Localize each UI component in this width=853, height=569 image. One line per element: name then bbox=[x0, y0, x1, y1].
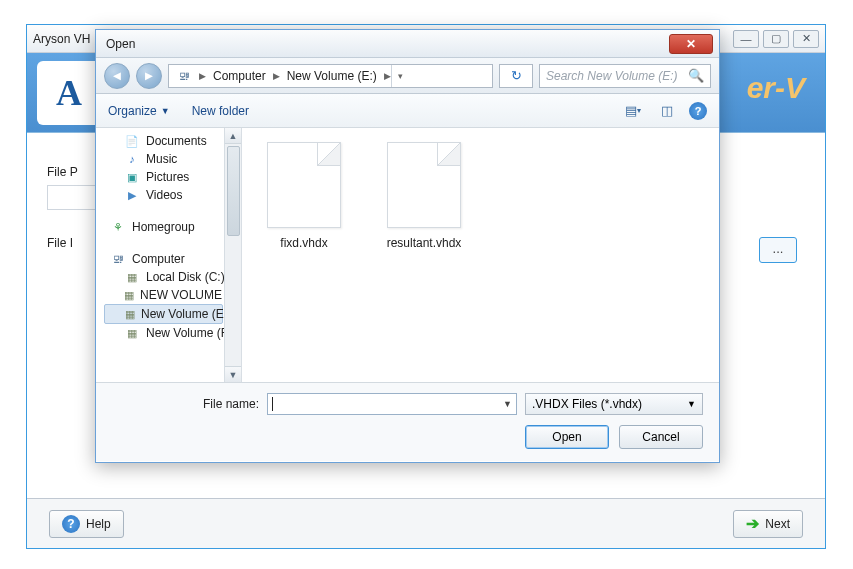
file-icon bbox=[267, 142, 341, 228]
text-caret bbox=[272, 397, 273, 411]
chevron-down-icon[interactable]: ▼ bbox=[503, 399, 512, 409]
chevron-down-icon: ▼ bbox=[687, 399, 696, 409]
filetype-select[interactable]: .VHDX Files (*.vhdx) ▼ bbox=[525, 393, 703, 415]
filename-input[interactable]: ▼ bbox=[267, 393, 517, 415]
tree-videos[interactable]: ▶Videos bbox=[96, 186, 241, 204]
dialog-footer: File name: ▼ .VHDX Files (*.vhdx) ▼ Open… bbox=[96, 382, 719, 461]
open-button[interactable]: Open bbox=[525, 425, 609, 449]
tree-documents[interactable]: 📄Documents bbox=[96, 132, 241, 150]
browse-button[interactable]: ... bbox=[759, 237, 797, 263]
app-logo: A bbox=[37, 61, 101, 125]
folder-icon: 📄 bbox=[124, 134, 140, 148]
file-item[interactable]: resultant.vhdx bbox=[380, 142, 468, 250]
chevron-down-icon: ▼ bbox=[161, 106, 170, 116]
pictures-icon: ▣ bbox=[124, 170, 140, 184]
disk-icon: ▦ bbox=[124, 270, 140, 284]
breadcrumb-volume[interactable]: New Volume (E:) bbox=[280, 69, 384, 83]
new-folder-button[interactable]: New folder bbox=[192, 104, 249, 118]
breadcrumb-computer[interactable]: Computer bbox=[206, 69, 273, 83]
search-icon: 🔍 bbox=[688, 68, 704, 83]
window-controls: — ▢ ✕ bbox=[733, 30, 819, 48]
help-icon: ? bbox=[62, 515, 80, 533]
computer-icon: 🖳 bbox=[110, 252, 126, 266]
breadcrumb[interactable]: 🖳 ▶ Computer ▶ New Volume (E:) ▶ ▾ bbox=[168, 64, 493, 88]
chevron-right-icon: ▶ bbox=[384, 71, 391, 81]
filetype-value: .VHDX Files (*.vhdx) bbox=[532, 397, 642, 411]
tree-homegroup[interactable]: ⚘Homegroup bbox=[96, 218, 241, 236]
scroll-down-icon[interactable]: ▼ bbox=[225, 366, 241, 382]
tree-new-volume-e[interactable]: ▦New Volume (E:) bbox=[104, 304, 223, 324]
toolbar-help-icon[interactable]: ? bbox=[689, 102, 707, 120]
file-icon bbox=[387, 142, 461, 228]
homegroup-icon: ⚘ bbox=[110, 220, 126, 234]
tree-local-disk-c[interactable]: ▦Local Disk (C:) bbox=[96, 268, 241, 286]
search-input[interactable]: Search New Volume (E:) 🔍 bbox=[539, 64, 711, 88]
tree-computer[interactable]: 🖳Computer bbox=[96, 250, 241, 268]
scroll-thumb[interactable] bbox=[227, 146, 240, 236]
filename-label: File name: bbox=[203, 397, 259, 411]
navigation-tree: 📄Documents ♪Music ▣Pictures ▶Videos ⚘Hom… bbox=[96, 128, 242, 382]
file-list[interactable]: fixd.vhdx resultant.vhdx bbox=[242, 128, 719, 382]
app-footer: ? Help ➔ Next bbox=[27, 498, 825, 548]
organize-menu[interactable]: Organize ▼ bbox=[108, 104, 170, 118]
maximize-button[interactable]: ▢ bbox=[763, 30, 789, 48]
open-dialog: Open ✕ ◄ ► 🖳 ▶ Computer ▶ New Volume (E:… bbox=[95, 29, 720, 463]
cancel-button[interactable]: Cancel bbox=[619, 425, 703, 449]
minimize-button[interactable]: — bbox=[733, 30, 759, 48]
app-title: Aryson VH bbox=[33, 32, 90, 46]
file-name: fixd.vhdx bbox=[260, 236, 348, 250]
arrow-right-icon: ➔ bbox=[746, 514, 759, 533]
dialog-toolbar: Organize ▼ New folder ▤ ▾ ◫ ? bbox=[96, 94, 719, 128]
file-name: resultant.vhdx bbox=[380, 236, 468, 250]
refresh-button[interactable]: ↻ bbox=[499, 64, 533, 88]
computer-icon: 🖳 bbox=[176, 69, 192, 83]
next-button[interactable]: ➔ Next bbox=[733, 510, 803, 538]
tree-pictures[interactable]: ▣Pictures bbox=[96, 168, 241, 186]
view-mode-button[interactable]: ▤ ▾ bbox=[621, 100, 645, 122]
help-label: Help bbox=[86, 517, 111, 531]
disk-icon: ▦ bbox=[125, 307, 135, 321]
dialog-title: Open bbox=[106, 37, 135, 51]
dialog-navbar: ◄ ► 🖳 ▶ Computer ▶ New Volume (E:) ▶ ▾ ↻… bbox=[96, 58, 719, 94]
next-label: Next bbox=[765, 517, 790, 531]
chevron-right-icon: ▶ bbox=[199, 71, 206, 81]
dialog-close-button[interactable]: ✕ bbox=[669, 34, 713, 54]
search-placeholder: Search New Volume (E:) bbox=[546, 69, 678, 83]
tree-scrollbar[interactable]: ▲ ▼ bbox=[224, 128, 241, 382]
tree-music[interactable]: ♪Music bbox=[96, 150, 241, 168]
preview-pane-button[interactable]: ◫ bbox=[655, 100, 679, 122]
breadcrumb-dropdown[interactable]: ▾ bbox=[391, 65, 409, 87]
chevron-right-icon: ▶ bbox=[273, 71, 280, 81]
close-button[interactable]: ✕ bbox=[793, 30, 819, 48]
scroll-up-icon[interactable]: ▲ bbox=[225, 128, 241, 144]
tree-new-volume-d[interactable]: ▦NEW VOLUME (D bbox=[96, 286, 241, 304]
nav-forward-button[interactable]: ► bbox=[136, 63, 162, 89]
nav-back-button[interactable]: ◄ bbox=[104, 63, 130, 89]
tree-new-volume-f[interactable]: ▦New Volume (F:) bbox=[96, 324, 241, 342]
disk-icon: ▦ bbox=[124, 288, 134, 302]
videos-icon: ▶ bbox=[124, 188, 140, 202]
disk-icon: ▦ bbox=[124, 326, 140, 340]
music-icon: ♪ bbox=[124, 152, 140, 166]
banner-text: er-V bbox=[747, 71, 805, 105]
file-item[interactable]: fixd.vhdx bbox=[260, 142, 348, 250]
dialog-body: 📄Documents ♪Music ▣Pictures ▶Videos ⚘Hom… bbox=[96, 128, 719, 382]
dialog-titlebar: Open ✕ bbox=[96, 30, 719, 58]
help-button[interactable]: ? Help bbox=[49, 510, 124, 538]
